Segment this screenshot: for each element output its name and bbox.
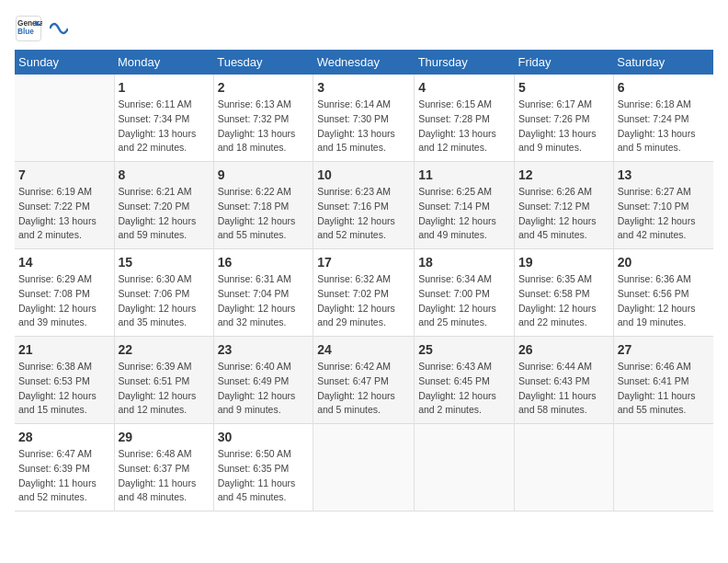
calendar-cell: 8Sunrise: 6:21 AMSunset: 7:20 PMDaylight… [114,162,213,249]
day-info: Sunrise: 6:25 AMSunset: 7:14 PMDaylight:… [418,185,510,243]
day-info: Sunrise: 6:48 AMSunset: 6:37 PMDaylight:… [119,447,210,505]
day-number: 11 [418,167,510,182]
day-number: 3 [317,80,410,95]
day-number: 21 [18,342,110,357]
day-info: Sunrise: 6:31 AMSunset: 7:04 PMDaylight:… [218,272,309,330]
day-number: 30 [218,430,309,444]
day-number: 16 [218,255,309,270]
calendar-cell: 2Sunrise: 6:13 AMSunset: 7:32 PMDaylight… [213,75,313,162]
day-info: Sunrise: 6:32 AMSunset: 7:02 PMDaylight:… [317,272,410,330]
day-number: 25 [418,342,510,357]
calendar-cell: 22Sunrise: 6:39 AMSunset: 6:51 PMDayligh… [114,337,213,424]
day-number: 26 [518,342,609,357]
day-info: Sunrise: 6:21 AMSunset: 7:20 PMDaylight:… [119,185,210,243]
calendar-body: 1Sunrise: 6:11 AMSunset: 7:34 PMDaylight… [15,75,713,511]
week-row-3: 14Sunrise: 6:29 AMSunset: 7:08 PMDayligh… [15,249,713,337]
day-info: Sunrise: 6:46 AMSunset: 6:41 PMDaylight:… [618,360,710,418]
calendar-cell: 11Sunrise: 6:25 AMSunset: 7:14 PMDayligh… [415,162,515,249]
calendar-cell: 4Sunrise: 6:15 AMSunset: 7:28 PMDaylight… [415,75,515,162]
day-info: Sunrise: 6:35 AMSunset: 6:58 PMDaylight:… [518,272,609,330]
day-number: 8 [119,167,210,182]
day-info: Sunrise: 6:26 AMSunset: 7:12 PMDaylight:… [518,185,609,243]
logo-icon: General Blue [15,15,42,42]
calendar-cell: 6Sunrise: 6:18 AMSunset: 7:24 PMDaylight… [613,75,713,162]
svg-text:Blue: Blue [17,28,34,36]
header-cell-monday: Monday [114,50,213,75]
calendar-cell: 16Sunrise: 6:31 AMSunset: 7:04 PMDayligh… [213,249,313,337]
calendar-cell: 14Sunrise: 6:29 AMSunset: 7:08 PMDayligh… [15,249,114,337]
calendar-cell [15,75,114,162]
calendar-cell [613,424,713,511]
calendar-cell: 20Sunrise: 6:36 AMSunset: 6:56 PMDayligh… [613,249,713,337]
header-cell-sunday: Sunday [15,50,114,75]
day-number: 10 [317,167,410,182]
logo: General Blue [15,15,68,42]
header-cell-friday: Friday [514,50,613,75]
day-info: Sunrise: 6:34 AMSunset: 7:00 PMDaylight:… [418,272,510,330]
day-number: 2 [218,80,309,95]
day-number: 22 [119,342,210,357]
week-row-4: 21Sunrise: 6:38 AMSunset: 6:53 PMDayligh… [15,337,713,424]
day-number: 20 [618,255,710,270]
calendar-cell: 26Sunrise: 6:44 AMSunset: 6:43 PMDayligh… [514,337,613,424]
calendar-cell: 1Sunrise: 6:11 AMSunset: 7:34 PMDaylight… [114,75,213,162]
day-number: 17 [317,255,410,270]
logo-wave-icon [50,15,68,42]
day-number: 5 [518,80,609,95]
day-info: Sunrise: 6:19 AMSunset: 7:22 PMDaylight:… [18,185,110,243]
day-number: 9 [218,167,309,182]
day-info: Sunrise: 6:47 AMSunset: 6:39 PMDaylight:… [18,447,110,505]
calendar-cell [415,424,515,511]
day-info: Sunrise: 6:22 AMSunset: 7:18 PMDaylight:… [218,185,309,243]
day-info: Sunrise: 6:42 AMSunset: 6:47 PMDaylight:… [317,360,410,418]
calendar-cell: 29Sunrise: 6:48 AMSunset: 6:37 PMDayligh… [114,424,213,511]
calendar-table: SundayMondayTuesdayWednesdayThursdayFrid… [15,50,713,511]
day-info: Sunrise: 6:30 AMSunset: 7:06 PMDaylight:… [119,272,210,330]
day-number: 14 [18,255,110,270]
calendar-cell: 30Sunrise: 6:50 AMSunset: 6:35 PMDayligh… [213,424,313,511]
day-number: 24 [317,342,410,357]
day-info: Sunrise: 6:27 AMSunset: 7:10 PMDaylight:… [618,185,710,243]
day-info: Sunrise: 6:13 AMSunset: 7:32 PMDaylight:… [218,98,309,155]
header-row: SundayMondayTuesdayWednesdayThursdayFrid… [15,50,713,75]
day-info: Sunrise: 6:18 AMSunset: 7:24 PMDaylight:… [618,98,710,155]
header-cell-wednesday: Wednesday [313,50,415,75]
header-cell-tuesday: Tuesday [213,50,313,75]
day-info: Sunrise: 6:36 AMSunset: 6:56 PMDaylight:… [618,272,710,330]
week-row-2: 7Sunrise: 6:19 AMSunset: 7:22 PMDaylight… [15,162,713,249]
header-cell-thursday: Thursday [415,50,515,75]
calendar-cell: 19Sunrise: 6:35 AMSunset: 6:58 PMDayligh… [514,249,613,337]
day-number: 6 [618,80,710,95]
day-number: 19 [518,255,609,270]
day-info: Sunrise: 6:17 AMSunset: 7:26 PMDaylight:… [518,98,609,155]
calendar-cell: 12Sunrise: 6:26 AMSunset: 7:12 PMDayligh… [514,162,613,249]
calendar-cell: 28Sunrise: 6:47 AMSunset: 6:39 PMDayligh… [15,424,114,511]
calendar-cell: 9Sunrise: 6:22 AMSunset: 7:18 PMDaylight… [213,162,313,249]
calendar-cell: 21Sunrise: 6:38 AMSunset: 6:53 PMDayligh… [15,337,114,424]
day-info: Sunrise: 6:11 AMSunset: 7:34 PMDaylight:… [119,98,210,155]
day-info: Sunrise: 6:14 AMSunset: 7:30 PMDaylight:… [317,98,410,155]
day-info: Sunrise: 6:43 AMSunset: 6:45 PMDaylight:… [418,360,510,418]
day-number: 29 [119,430,210,444]
day-number: 12 [518,167,609,182]
calendar-cell [313,424,415,511]
calendar-cell: 25Sunrise: 6:43 AMSunset: 6:45 PMDayligh… [415,337,515,424]
calendar-cell: 10Sunrise: 6:23 AMSunset: 7:16 PMDayligh… [313,162,415,249]
day-number: 13 [618,167,710,182]
calendar-cell: 24Sunrise: 6:42 AMSunset: 6:47 PMDayligh… [313,337,415,424]
calendar-cell: 27Sunrise: 6:46 AMSunset: 6:41 PMDayligh… [613,337,713,424]
day-info: Sunrise: 6:29 AMSunset: 7:08 PMDaylight:… [18,272,110,330]
week-row-1: 1Sunrise: 6:11 AMSunset: 7:34 PMDaylight… [15,75,713,162]
calendar-cell: 13Sunrise: 6:27 AMSunset: 7:10 PMDayligh… [613,162,713,249]
calendar-cell: 5Sunrise: 6:17 AMSunset: 7:26 PMDaylight… [514,75,613,162]
header-cell-saturday: Saturday [613,50,713,75]
day-info: Sunrise: 6:23 AMSunset: 7:16 PMDaylight:… [317,185,410,243]
day-info: Sunrise: 6:15 AMSunset: 7:28 PMDaylight:… [418,98,510,155]
day-number: 4 [418,80,510,95]
week-row-5: 28Sunrise: 6:47 AMSunset: 6:39 PMDayligh… [15,424,713,511]
day-number: 27 [618,342,710,357]
day-info: Sunrise: 6:40 AMSunset: 6:49 PMDaylight:… [218,360,309,418]
day-number: 28 [18,430,110,444]
day-number: 15 [119,255,210,270]
day-number: 23 [218,342,309,357]
